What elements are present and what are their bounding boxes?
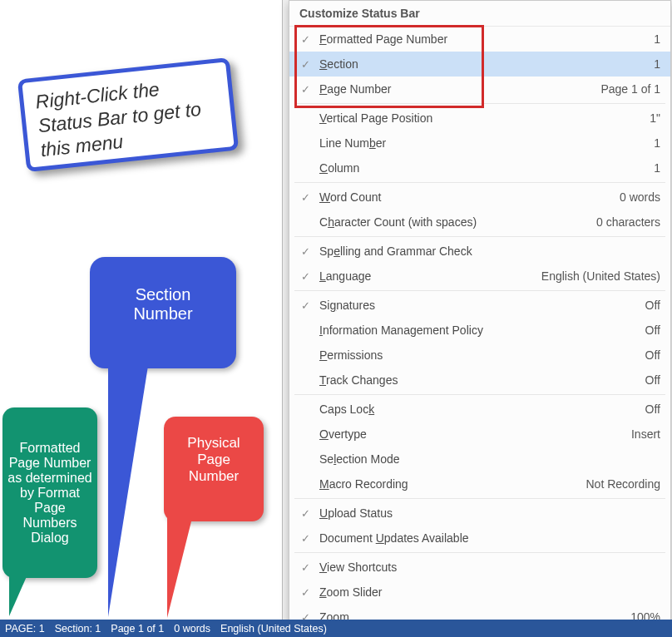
menu-item-6[interactable]: ✓Word Count0 words [289, 185, 670, 210]
menu-item-9[interactable]: ✓LanguageEnglish (United States) [289, 264, 670, 289]
status-section[interactable]: Section: 1 [55, 623, 101, 635]
menu-item-label: Document Updates Available [314, 531, 652, 545]
menu-item-5[interactable]: Column1 [289, 156, 670, 180]
customize-status-bar-menu[interactable]: Customize Status Bar ✓Formatted Page Num… [289, 0, 671, 630]
menu-item-value: 0 characters [588, 215, 660, 229]
menu-item-label: Spelling and Grammar Check [314, 244, 652, 258]
menu-separator [294, 394, 665, 395]
menu-item-label: Language [314, 269, 533, 283]
menu-item-12[interactable]: PermissionsOff [289, 343, 670, 368]
menu-item-label: Vertical Page Position [314, 111, 641, 125]
menu-item-value: 1 [645, 57, 660, 71]
check-icon: ✓ [296, 507, 314, 520]
callout-physical-page-number-text: Physical Page Number [175, 435, 252, 485]
menu-item-20[interactable]: ✓View Shortcuts [289, 555, 670, 580]
status-word-count[interactable]: 0 words [174, 623, 210, 635]
callout-physical-page-number: Physical Page Number [164, 417, 264, 521]
menu-item-label: Page Number [314, 82, 592, 96]
check-icon: ✓ [296, 299, 314, 312]
menu-item-10[interactable]: ✓SignaturesOff [289, 293, 670, 318]
menu-item-19[interactable]: ✓Document Updates Available [289, 526, 670, 551]
menu-item-13[interactable]: Track ChangesOff [289, 368, 670, 393]
menu-item-label: Line Number [314, 136, 645, 150]
menu-item-1[interactable]: ✓Section1 [289, 52, 670, 77]
menu-item-label: Section [314, 57, 645, 71]
menu-item-label: Zoom Slider [314, 585, 652, 599]
menu-separator [294, 498, 665, 499]
status-page[interactable]: PAGE: 1 [5, 623, 45, 635]
menu-item-18[interactable]: ✓Upload Status [289, 501, 670, 526]
check-icon: ✓ [296, 270, 314, 283]
check-icon: ✓ [296, 83, 314, 96]
menu-item-value: Not Recording [578, 477, 661, 491]
menu-item-value: Off [637, 373, 660, 387]
menu-item-value: 1 [645, 32, 660, 46]
menu-item-value: Insert [623, 427, 660, 441]
menu-item-label: Column [314, 161, 645, 175]
menu-item-value: 1" [641, 111, 660, 125]
check-icon: ✓ [296, 532, 314, 545]
check-icon: ✓ [296, 33, 314, 46]
menu-item-2[interactable]: ✓Page NumberPage 1 of 1 [289, 77, 670, 101]
menu-item-3[interactable]: Vertical Page Position1" [289, 106, 670, 131]
menu-separator [294, 103, 665, 104]
menu-item-label: View Shortcuts [314, 560, 652, 574]
menu-item-label: Track Changes [314, 373, 637, 387]
check-icon: ✓ [296, 58, 314, 71]
menu-item-value: 1 [645, 136, 660, 150]
menu-item-label: Word Count [314, 190, 611, 204]
menu-item-value: Off [637, 402, 660, 416]
callout-instructions-text: Right-Click the Status Bar to get to thi… [34, 72, 222, 162]
menu-item-value: 0 words [611, 190, 660, 204]
menu-item-17[interactable]: Macro RecordingNot Recording [289, 472, 670, 496]
menu-item-label: Information Management Policy [314, 323, 637, 337]
menu-item-label: Permissions [314, 348, 637, 362]
menu-item-14[interactable]: Caps LockOff [289, 397, 670, 422]
menu-item-value: Page 1 of 1 [592, 82, 660, 96]
menu-item-15[interactable]: OvertypeInsert [289, 422, 670, 447]
menu-separator [294, 236, 665, 237]
menu-title: Customize Status Bar [289, 1, 670, 27]
menu-separator [294, 182, 665, 183]
callout-section-number-text: Section Number [113, 285, 213, 323]
menu-item-8[interactable]: ✓Spelling and Grammar Check [289, 239, 670, 264]
menu-item-label: Upload Status [314, 506, 652, 520]
callout-section-number: Section Number [90, 257, 236, 368]
menu-item-label: Selection Mode [314, 452, 652, 466]
menu-item-label: Character Count (with spaces) [314, 215, 588, 229]
menu-item-11[interactable]: Information Management PolicyOff [289, 318, 670, 343]
menu-item-value: Off [637, 323, 660, 337]
status-language[interactable]: English (United States) [220, 623, 327, 635]
menu-item-label: Macro Recording [314, 477, 578, 491]
menu-item-label: Signatures [314, 299, 637, 312]
callout-formatted-page-number-text: Formatted Page Number as determined by F… [7, 441, 92, 546]
menu-item-value: 1 [645, 161, 660, 175]
menu-item-16[interactable]: Selection Mode [289, 447, 670, 472]
menu-item-21[interactable]: ✓Zoom Slider [289, 580, 670, 605]
menu-item-7[interactable]: Character Count (with spaces)0 character… [289, 210, 670, 235]
status-bar[interactable]: PAGE: 1 Section: 1 Page 1 of 1 0 words E… [0, 620, 672, 637]
check-icon: ✓ [296, 561, 314, 574]
menu-separator [294, 552, 665, 553]
menu-item-value: Off [637, 348, 660, 362]
menu-item-0[interactable]: ✓Formatted Page Number1 [289, 27, 670, 52]
menu-item-label: Caps Lock [314, 402, 637, 416]
menu-item-label: Formatted Page Number [314, 32, 645, 46]
check-icon: ✓ [296, 245, 314, 258]
menu-item-value: English (United States) [533, 269, 660, 283]
menu-item-label: Overtype [314, 427, 623, 441]
check-icon: ✓ [296, 586, 314, 599]
check-icon: ✓ [296, 191, 314, 204]
callout-formatted-page-number: Formatted Page Number as determined by F… [2, 407, 97, 578]
menu-item-4[interactable]: Line Number1 [289, 131, 670, 156]
menu-separator [294, 290, 665, 291]
status-page-number[interactable]: Page 1 of 1 [111, 623, 164, 635]
menu-item-value: Off [637, 299, 660, 312]
